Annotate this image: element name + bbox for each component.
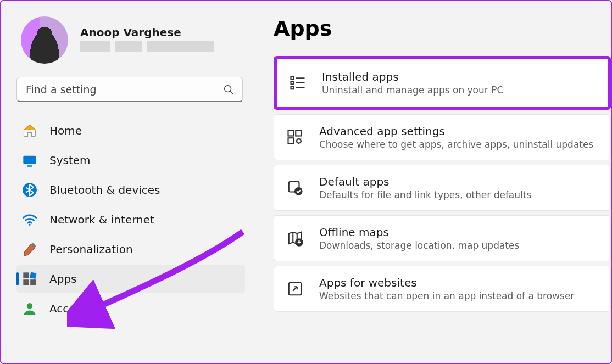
profile-name: Anoop Varghese bbox=[80, 26, 214, 39]
main: Apps Installed apps Uninstall and manage… bbox=[254, 1, 611, 363]
sidebar: Anoop Varghese Home bbox=[1, 1, 254, 363]
card-default-apps[interactable]: Default apps Defaults for file and link … bbox=[274, 165, 611, 211]
card-subtitle: Uninstall and manage apps on your PC bbox=[322, 85, 503, 96]
svg-rect-13 bbox=[291, 82, 294, 85]
nav-personalization[interactable]: Personalization bbox=[16, 235, 245, 264]
nav-system[interactable]: System bbox=[16, 146, 245, 175]
list-icon bbox=[289, 74, 307, 92]
nav-label: Accounts bbox=[49, 302, 99, 315]
svg-rect-17 bbox=[288, 131, 294, 136]
card-advanced-app-settings[interactable]: Advanced app settings Choose where to ge… bbox=[274, 114, 611, 160]
wifi-icon bbox=[22, 212, 37, 227]
svg-rect-2 bbox=[23, 156, 36, 164]
card-subtitle: Defaults for file and link types, other … bbox=[319, 189, 531, 200]
card-subtitle: Downloads, storage location, map updates bbox=[319, 240, 519, 251]
search-icon bbox=[222, 83, 235, 96]
nav-label: System bbox=[49, 154, 91, 167]
svg-rect-6 bbox=[23, 272, 29, 278]
svg-rect-15 bbox=[291, 86, 294, 89]
search-box[interactable] bbox=[16, 77, 243, 102]
card-apps-for-websites[interactable]: Apps for websites Websites that can open… bbox=[274, 266, 611, 312]
avatar bbox=[21, 16, 68, 64]
profile-block[interactable]: Anoop Varghese bbox=[21, 16, 245, 64]
nav-label: Network & internet bbox=[49, 213, 154, 226]
nav-home[interactable]: Home bbox=[16, 116, 245, 145]
card-title: Default apps bbox=[319, 175, 531, 188]
svg-point-10 bbox=[27, 303, 33, 309]
card-subtitle: Websites that can open in an app instead… bbox=[319, 290, 574, 301]
nav-network[interactable]: Network & internet bbox=[16, 205, 245, 234]
nav-label: Home bbox=[49, 124, 82, 137]
card-subtitle: Choose where to get apps, archive apps, … bbox=[319, 139, 593, 150]
nav-label: Bluetooth & devices bbox=[49, 183, 160, 197]
card-installed-apps[interactable]: Installed apps Uninstall and manage apps… bbox=[274, 56, 611, 110]
card-title: Advanced app settings bbox=[319, 125, 593, 138]
svg-rect-18 bbox=[296, 131, 301, 136]
card-list: Installed apps Uninstall and manage apps… bbox=[274, 56, 611, 312]
nav-label: Personalization bbox=[49, 243, 133, 256]
profile-email-redacted bbox=[80, 41, 214, 52]
card-title: Offline maps bbox=[319, 226, 519, 239]
system-icon bbox=[22, 153, 37, 168]
nav-bluetooth[interactable]: Bluetooth & devices bbox=[16, 176, 245, 204]
svg-point-5 bbox=[29, 224, 31, 226]
card-title: Apps for websites bbox=[319, 276, 574, 289]
grid-gear-icon bbox=[286, 128, 304, 146]
search-input[interactable] bbox=[25, 83, 222, 96]
nav-label: Apps bbox=[49, 272, 77, 285]
bluetooth-icon bbox=[22, 182, 37, 198]
paintbrush-icon bbox=[22, 242, 37, 257]
svg-point-0 bbox=[225, 85, 231, 92]
nav: Home System Bluetooth & devices Network … bbox=[16, 116, 245, 323]
svg-rect-8 bbox=[23, 279, 29, 285]
page-title: Apps bbox=[274, 16, 611, 41]
svg-rect-7 bbox=[30, 272, 36, 278]
svg-line-1 bbox=[230, 91, 233, 94]
card-title: Installed apps bbox=[322, 70, 503, 83]
svg-rect-9 bbox=[30, 279, 36, 285]
svg-point-22 bbox=[295, 188, 302, 195]
svg-rect-19 bbox=[288, 138, 294, 143]
nav-apps[interactable]: Apps bbox=[16, 265, 245, 293]
person-icon bbox=[22, 301, 37, 316]
nav-accounts[interactable]: Accounts bbox=[16, 294, 245, 323]
card-offline-maps[interactable]: Offline maps Downloads, storage location… bbox=[274, 215, 611, 261]
svg-rect-11 bbox=[291, 77, 294, 80]
svg-rect-3 bbox=[27, 165, 32, 166]
open-app-icon bbox=[286, 280, 304, 298]
home-icon bbox=[22, 123, 37, 138]
apps-icon bbox=[22, 271, 37, 287]
default-apps-icon bbox=[286, 179, 304, 197]
map-download-icon bbox=[286, 229, 304, 247]
